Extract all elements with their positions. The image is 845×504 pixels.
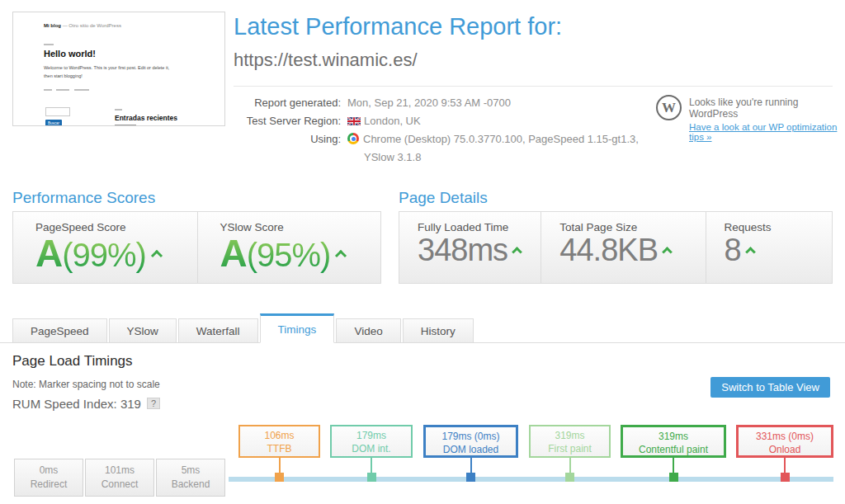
marker-point — [781, 473, 790, 482]
fully-loaded-time-value: 348ms — [418, 233, 507, 267]
improvement-caret-icon — [662, 247, 673, 257]
text-placeholder — [115, 109, 122, 111]
tab-waterfall[interactable]: Waterfall — [178, 318, 258, 343]
timing-backend-box: 5ms Backend — [156, 459, 225, 497]
thumb-post-body: Welcome to WordPress. This is your first… — [44, 64, 174, 81]
onload-value: 331ms (0ms) — [739, 430, 831, 443]
chrome-icon — [347, 133, 359, 144]
dom-int-value: 179ms — [332, 429, 411, 442]
improvement-caret-icon — [745, 247, 756, 257]
fully-loaded-time-cell: Fully Loaded Time 348ms — [399, 212, 541, 283]
text-placeholder — [56, 89, 69, 91]
connect-label: Connect — [86, 478, 153, 492]
yslow-score-cell: YSlow Score A(95%) — [197, 212, 381, 283]
timeline-marker-dom-loaded: 179ms (0ms)DOM loaded — [423, 425, 518, 497]
report-generated-value: Mon, Sep 21, 2020 9:53 AM -0700 — [347, 94, 639, 112]
switch-to-table-view-button[interactable]: Switch to Table View — [710, 377, 830, 398]
wordpress-logo-icon: W — [656, 95, 682, 120]
thumb-site-header: Mi blog — Otro sitio de WordPress — [44, 23, 121, 28]
page-load-timings-title: Page Load Timings — [12, 353, 133, 370]
help-icon[interactable]: ? — [147, 398, 160, 409]
rum-speed-index-value: 319 — [120, 397, 141, 411]
contentful-paint-value: 319ms — [623, 430, 724, 443]
page-details-heading: Page Details — [399, 189, 488, 207]
timeline-marker-dom-int: 179msDOM int. — [330, 425, 413, 497]
header-divider — [234, 86, 833, 87]
improvement-caret-icon — [512, 247, 522, 257]
using-label: Using: — [234, 130, 341, 167]
dom-int-label: DOM int. — [332, 442, 411, 455]
timing-connect-box: 101ms Connect — [85, 459, 154, 497]
pagespeed-score-cell: PageSpeed Score A(99%) — [13, 212, 197, 283]
performance-scores-panel: PageSpeed Score A(99%) YSlow Score A(95%… — [12, 211, 381, 284]
tested-url: https://test.winamic.es/ — [234, 49, 418, 71]
thumb-site-tagline: — Otro sitio de WordPress — [63, 23, 121, 28]
tab-pagespeed[interactable]: PageSpeed — [12, 318, 107, 343]
thumb-search-button: Buscar — [45, 120, 62, 126]
text-placeholder — [44, 44, 54, 45]
site-screenshot-thumbnail[interactable]: Mi blog — Otro sitio de WordPress Hello … — [12, 12, 225, 126]
text-placeholder — [44, 89, 52, 91]
marker-point — [367, 473, 376, 482]
total-page-size-cell: Total Page Size 44.8KB — [541, 212, 705, 283]
thumb-site-title: Mi blog — [44, 23, 61, 28]
server-region-label: Test Server Region: — [234, 112, 341, 130]
thumb-search-input — [45, 107, 70, 116]
marker-point — [565, 473, 574, 482]
marker-spacing-note: Note: Marker spacing not to scale — [12, 379, 160, 390]
report-info: Report generated: Mon, Sep 21, 2020 9:53… — [234, 94, 639, 167]
pagespeed-percent: (99%) — [62, 237, 146, 273]
rum-speed-index: RUM Speed Index: 319? — [12, 397, 160, 411]
server-region-text: London, UK — [364, 115, 421, 127]
tab-video[interactable]: Video — [336, 318, 400, 343]
wp-optimization-tips-link[interactable]: Have a look at our WP optimization tips … — [689, 122, 844, 142]
using-value: Chrome (Desktop) 75.0.3770.100, PageSpee… — [347, 130, 639, 167]
tab-timings[interactable]: Timings — [260, 313, 335, 343]
performance-scores-heading: Performance Scores — [12, 189, 155, 207]
report-tab-bar: PageSpeed YSlow Waterfall Timings Video … — [0, 313, 845, 343]
improvement-caret-icon — [151, 250, 163, 261]
report-generated-label: Report generated: — [234, 94, 341, 112]
requests-label: Requests — [725, 221, 832, 233]
rum-speed-index-label: RUM Speed Index: — [12, 397, 117, 411]
redirect-label: Redirect — [15, 478, 83, 492]
yslow-percent: (95%) — [247, 237, 331, 273]
using-text-line1: Chrome (Desktop) 75.0.3770.100, PageSpee… — [363, 133, 639, 145]
onload-label: Onload — [739, 443, 831, 456]
fully-loaded-time-label: Fully Loaded Time — [418, 221, 541, 233]
first-paint-value: 319ms — [531, 429, 609, 442]
ttfb-label: TTFB — [240, 442, 319, 455]
tab-yslow[interactable]: YSlow — [109, 318, 177, 343]
total-page-size-label: Total Page Size — [559, 221, 705, 233]
connect-value: 101ms — [86, 464, 153, 478]
page-details-panel: Fully Loaded Time 348ms Total Page Size … — [399, 211, 833, 284]
pagespeed-grade: A — [35, 232, 62, 275]
marker-point — [275, 473, 284, 482]
uk-flag-icon — [347, 113, 361, 121]
thumb-sidebar-heading: Entradas recientes — [115, 114, 177, 122]
timeline-marker-contentful-paint: 319msContentful paint — [621, 425, 726, 497]
wordpress-notice-text: Looks like you're running WordPress — [689, 97, 844, 120]
page-title: Latest Performance Report for: — [234, 13, 562, 40]
first-paint-label: First paint — [531, 442, 609, 455]
wordpress-notice: W Looks like you're running WordPress Ha… — [656, 95, 844, 142]
requests-value: 8 — [725, 233, 741, 267]
marker-point — [669, 473, 678, 482]
backend-label: Backend — [157, 478, 224, 492]
contentful-paint-label: Contentful paint — [623, 443, 724, 456]
yslow-grade: A — [220, 232, 247, 275]
text-placeholder — [74, 89, 89, 91]
timing-redirect-box: 0ms Redirect — [14, 459, 83, 497]
backend-value: 5ms — [157, 464, 224, 478]
tab-history[interactable]: History — [403, 318, 474, 343]
dom-loaded-value: 179ms (0ms) — [426, 430, 516, 443]
server-region-value: London, UK — [347, 112, 639, 130]
redirect-value: 0ms — [15, 464, 83, 478]
requests-cell: Requests 8 — [706, 212, 832, 283]
timeline-marker-ttfb: 106msTTFB — [238, 425, 320, 497]
ttfb-value: 106ms — [240, 429, 319, 442]
timeline-marker-onload: 331ms (0ms)Onload — [736, 425, 833, 497]
text-placeholder — [115, 125, 136, 126]
total-page-size-value: 44.8KB — [559, 233, 658, 267]
improvement-caret-icon — [335, 250, 347, 261]
